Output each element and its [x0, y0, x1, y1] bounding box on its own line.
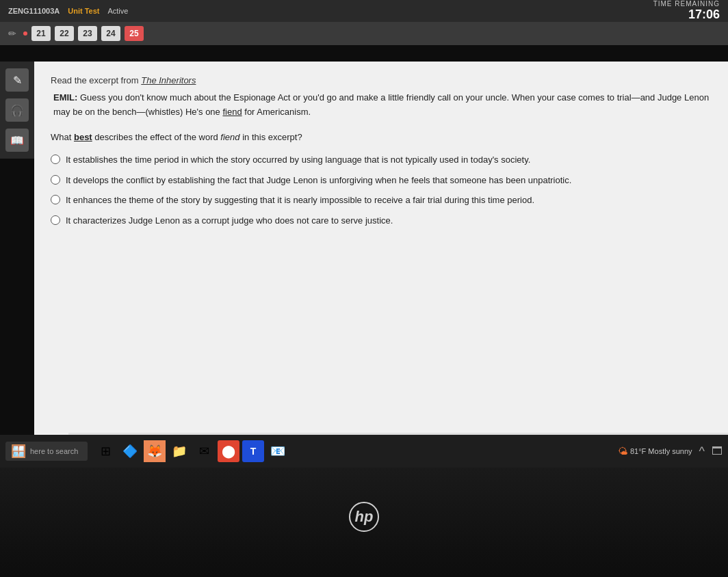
radio-c[interactable] — [51, 195, 60, 204]
taskbar-app-icons: ⊞ 🔷 🦊 📁 ✉ ⬤ T 📧 — [94, 440, 289, 462]
time-remaining-value: 17:06 — [688, 8, 720, 21]
option-item-d[interactable]: It characterizes Judge Lenon as a corrup… — [51, 214, 712, 228]
time-remaining: TIME REMAINING 17:06 — [653, 0, 720, 22]
book-title-link[interactable]: The Inheritors — [141, 75, 196, 85]
radio-b[interactable] — [51, 175, 60, 185]
weather-icon: 🌤 — [618, 446, 627, 457]
taskbar-icon-teams[interactable]: T — [242, 440, 264, 462]
taskbar-search-box[interactable]: 🪟 here to search — [5, 442, 88, 461]
nav-dot — [23, 31, 27, 36]
taskbar: 🪟 here to search ⊞ 🔷 🦊 📁 ✉ ⬤ T 📧 🌤 81°F … — [0, 435, 728, 468]
windows-icon: 🪟 — [11, 444, 26, 459]
option-text-d: It characterizes Judge Lenon as a corrup… — [66, 214, 393, 228]
pencil-icon: ✏ — [8, 28, 16, 39]
nav-btn-23[interactable]: 23 — [78, 26, 97, 41]
taskbar-expand-icon[interactable]: ^ — [699, 444, 705, 459]
taskbar-icon-firefox[interactable]: 🦊 — [144, 440, 166, 462]
active-label: Active — [107, 7, 128, 15]
weather-widget: 🌤 81°F Mostly sunny — [618, 446, 692, 457]
sidebar-icon-headphone[interactable]: 🎧 — [5, 98, 29, 122]
option-text-a: It establishes the time period in which … — [66, 153, 530, 167]
unit-test-label: Unit Test — [68, 7, 99, 15]
nav-btn-21[interactable]: 21 — [31, 26, 51, 41]
taskbar-icon-mail2[interactable]: 📧 — [267, 440, 289, 462]
radio-d[interactable] — [51, 215, 60, 225]
taskbar-notification-icon[interactable]: 🗖 — [712, 445, 723, 457]
search-placeholder-text: here to search — [30, 447, 78, 455]
question-text: What best describes the effect of the wo… — [51, 131, 712, 144]
radio-a[interactable] — [51, 155, 60, 164]
sidebar-icons: ✎ 🎧 📖 — [0, 62, 34, 159]
weather-text: 81°F Mostly sunny — [630, 447, 692, 455]
passage-text: EMIL: Guess you don't know much about th… — [51, 91, 712, 120]
time-remaining-label: TIME REMAINING — [653, 0, 720, 8]
taskbar-icon-folder[interactable]: 📁 — [168, 440, 190, 462]
top-bar: ZENG111003A Unit Test Active TIME REMAIN… — [0, 0, 728, 22]
option-text-b: It develops the conflict by establishing… — [66, 174, 571, 187]
excerpt-title: Read the excerpt from The Inheritors — [51, 75, 712, 85]
taskbar-icon-mail[interactable]: ✉ — [193, 440, 215, 462]
taskbar-right: 🌤 81°F Mostly sunny ^ 🗖 — [618, 444, 723, 459]
taskbar-icon-chrome[interactable]: ⬤ — [218, 440, 239, 462]
sidebar-icon-book[interactable]: 📖 — [5, 129, 29, 152]
sidebar-icon-pencil[interactable]: ✎ — [5, 68, 29, 92]
hp-logo: hp — [349, 502, 379, 532]
question-nav-bar: ✏ 21 22 23 24 25 — [0, 22, 728, 45]
taskbar-icon-task[interactable]: ⊞ — [94, 440, 116, 462]
bottom-bezel: hp — [0, 468, 728, 577]
nav-btn-22[interactable]: 22 — [55, 26, 74, 41]
option-item-c[interactable]: It enhances the theme of the story by su… — [51, 193, 712, 207]
nav-btn-24[interactable]: 24 — [101, 26, 120, 41]
option-item-b[interactable]: It develops the conflict by establishing… — [51, 174, 712, 187]
nav-btn-25[interactable]: 25 — [125, 26, 144, 41]
option-item-a[interactable]: It establishes the time period in which … — [51, 153, 712, 167]
taskbar-icon-start[interactable]: 🔷 — [119, 440, 141, 462]
options-list: It establishes the time period in which … — [51, 153, 712, 227]
main-content: Read the excerpt from The Inheritors EMI… — [34, 62, 728, 468]
option-text-c: It enhances the theme of the story by su… — [66, 193, 534, 207]
session-id: ZENG111003A — [8, 7, 60, 15]
